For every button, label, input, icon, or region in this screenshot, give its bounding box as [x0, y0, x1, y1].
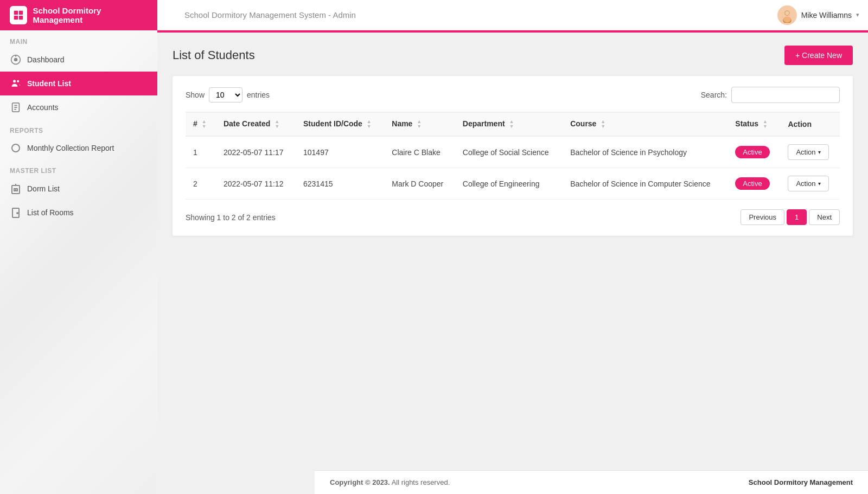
cell-name: Claire C Blake — [384, 136, 455, 168]
table-footer: Showing 1 to 2 of 2 entries Previous 1 N… — [186, 209, 840, 225]
cell-course: Bachelor of Science in Computer Science — [563, 168, 727, 200]
topbar-title: School Dormitory Management System - Adm… — [184, 10, 777, 20]
cell-id-code: 6231415 — [296, 168, 384, 200]
brand-icon — [10, 6, 27, 24]
sidebar-section-master: Master List — [0, 159, 157, 177]
action-button[interactable]: Action ▾ — [788, 144, 828, 160]
table-row: 1 2022-05-07 11:17 101497 Claire C Blake… — [186, 136, 840, 168]
svg-point-20 — [17, 213, 18, 214]
sidebar-item-accounts[interactable]: Accounts — [0, 95, 157, 119]
cell-status: Active — [727, 136, 780, 168]
col-course[interactable]: Course ▲▼ — [563, 112, 727, 136]
svg-point-24 — [785, 11, 789, 15]
table-controls: Show 10 25 50 100 entries Search: — [186, 87, 840, 103]
col-department[interactable]: Department ▲▼ — [455, 112, 563, 136]
file-icon — [10, 102, 22, 113]
user-name: Mike Williamns — [801, 11, 852, 20]
sidebar-item-monthly-report[interactable]: Monthly Collection Report — [0, 137, 157, 159]
action-button[interactable]: Action ▾ — [788, 176, 828, 191]
page-header: List of Students + Create New — [173, 46, 853, 65]
cell-department: College of Social Science — [455, 136, 563, 168]
svg-point-13 — [12, 144, 20, 152]
col-date[interactable]: Date Created ▲▼ — [216, 112, 296, 136]
sidebar-section-main: Main — [0, 30, 157, 48]
col-name[interactable]: Name ▲▼ — [384, 112, 455, 136]
user-menu[interactable]: Mike Williamns ▾ — [777, 5, 859, 25]
cell-date: 2022-05-07 11:12 — [216, 168, 296, 200]
show-label: Show — [186, 91, 205, 99]
cell-id-code: 101497 — [296, 136, 384, 168]
sidebar-label-list-of-rooms: List of Rooms — [27, 208, 74, 217]
sidebar-label-dashboard: Dashboard — [27, 55, 65, 64]
table-card: Show 10 25 50 100 entries Search: — [173, 76, 853, 236]
cell-num: 2 — [186, 168, 216, 200]
entries-select[interactable]: 10 25 50 100 — [209, 87, 242, 102]
table-header-row: # ▲▼ Date Created ▲▼ Student ID/Code ▲▼ — [186, 112, 840, 136]
pagination-prev[interactable]: Previous — [741, 209, 784, 225]
cell-date: 2022-05-07 11:17 — [216, 136, 296, 168]
sidebar-item-dorm-list[interactable]: Dorm List — [0, 177, 157, 201]
building-icon — [10, 183, 22, 194]
pagination-page-1[interactable]: 1 — [787, 209, 807, 225]
search-label: Search: — [701, 91, 727, 99]
user-caret-icon: ▾ — [856, 11, 859, 18]
cell-course: Bachelor of Science in Psychology — [563, 136, 727, 168]
page-title: List of Students — [173, 48, 255, 62]
table-row: 2 2022-05-07 11:12 6231415 Mark D Cooper… — [186, 168, 840, 200]
main-content: List of Students + Create New Show 10 25… — [157, 30, 868, 494]
sidebar-item-dashboard[interactable]: Dashboard — [0, 48, 157, 72]
sidebar-section-reports: Reports — [0, 119, 157, 137]
footer-brand: School Dormitory Management — [749, 478, 853, 486]
svg-point-25 — [783, 16, 791, 22]
svg-point-5 — [14, 58, 18, 62]
sidebar-label-accounts: Accounts — [27, 103, 59, 112]
people-icon — [10, 78, 22, 89]
svg-rect-1 — [19, 11, 23, 15]
svg-rect-0 — [14, 11, 18, 15]
footer: Copyright © 2023. All rights reserved. S… — [315, 470, 868, 494]
cell-name: Mark D Cooper — [384, 168, 455, 200]
entries-info: Showing 1 to 2 of 2 entries — [186, 213, 276, 222]
search-group: Search: — [701, 87, 840, 103]
svg-point-8 — [17, 80, 19, 82]
col-status[interactable]: Status ▲▼ — [727, 112, 780, 136]
search-input[interactable] — [731, 87, 840, 103]
action-caret-icon: ▾ — [818, 149, 821, 155]
pagination-next[interactable]: Next — [809, 209, 840, 225]
sidebar-label-student-list: Student List — [27, 79, 71, 88]
footer-rights: All rights reserved. — [392, 478, 450, 486]
pagination: Previous 1 Next — [741, 209, 840, 225]
svg-point-7 — [13, 80, 16, 82]
svg-rect-16 — [16, 189, 17, 191]
cell-num: 1 — [186, 136, 216, 168]
action-caret-icon: ▾ — [818, 181, 821, 187]
sidebar-brand: School Dormitory Management — [0, 0, 157, 30]
brand-title: School Dormitory Management — [33, 6, 148, 24]
cell-status: Active — [727, 168, 780, 200]
content-area: List of Students + Create New Show 10 25… — [157, 33, 868, 470]
footer-copy: Copyright © 2023. All rights reserved. — [330, 478, 450, 486]
cell-action: Action ▾ — [780, 136, 840, 168]
dashboard-icon — [10, 54, 22, 65]
cell-action: Action ▾ — [780, 168, 840, 200]
cell-department: College of Engineering — [455, 168, 563, 200]
svg-rect-2 — [14, 16, 18, 20]
sidebar-item-list-of-rooms[interactable]: List of Rooms — [0, 201, 157, 224]
col-num[interactable]: # ▲▼ — [186, 112, 216, 136]
col-id[interactable]: Student ID/Code ▲▼ — [296, 112, 384, 136]
circle-icon — [10, 143, 22, 153]
show-entries-control: Show 10 25 50 100 entries — [186, 87, 270, 102]
entries-label: entries — [247, 91, 270, 99]
avatar — [777, 5, 797, 25]
door-icon — [10, 207, 22, 218]
students-table: # ▲▼ Date Created ▲▼ Student ID/Code ▲▼ — [186, 112, 840, 200]
status-badge: Active — [735, 146, 769, 158]
sidebar-label-monthly-report: Monthly Collection Report — [27, 144, 114, 152]
sidebar-item-student-list[interactable]: Student List — [0, 72, 157, 95]
sidebar: School Dormitory Management Main Dashboa… — [0, 0, 157, 494]
create-new-button[interactable]: + Create New — [784, 46, 853, 65]
sidebar-label-dorm-list: Dorm List — [27, 184, 60, 193]
status-badge: Active — [735, 177, 769, 190]
col-action: Action — [780, 112, 840, 136]
footer-copy-text: Copyright © 2023. — [330, 478, 390, 486]
